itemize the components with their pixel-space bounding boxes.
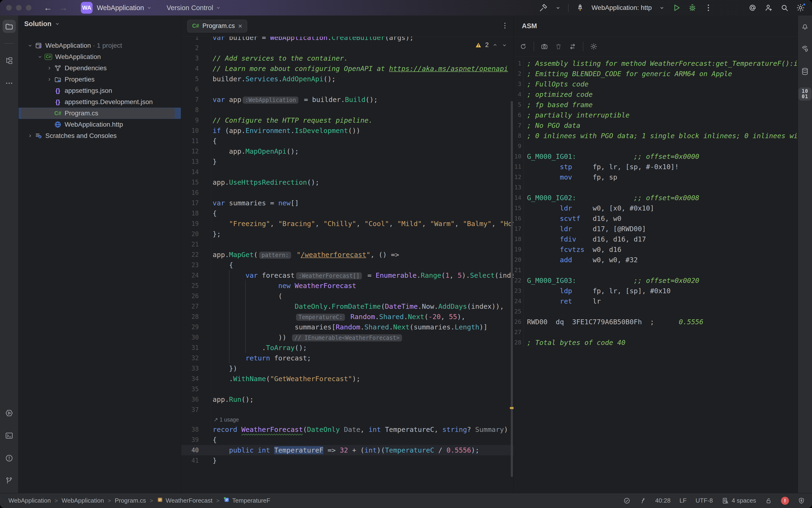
code-line-29[interactable]: 29 summaries[Random.Shared.Next(summarie… — [181, 322, 514, 332]
code-line-40[interactable]: 40 public int TemperatureF => 32 + (int)… — [181, 445, 514, 455]
chevron-right-icon[interactable] — [45, 66, 54, 71]
code-line-9[interactable]: 9// Configure the HTTP request pipeline. — [181, 115, 514, 125]
code-line-17[interactable]: 17 ldr d17, [@RWD00] — [514, 224, 798, 234]
code-line-13[interactable]: 13} — [181, 157, 514, 167]
code-line-28[interactable]: 28 TemperatureC: Random.Shared.Next(-20,… — [181, 311, 514, 322]
tool-git-icon[interactable] — [3, 474, 16, 487]
tool-terminal-icon[interactable] — [3, 429, 16, 442]
more-actions-button[interactable] — [704, 3, 713, 12]
code-line-39[interactable]: 39{ — [181, 435, 514, 445]
code-line-10[interactable]: 10G_M000_IG01: ;; offset=0x0000 — [514, 151, 798, 162]
caret-position[interactable]: 40:28 — [655, 497, 671, 504]
breadcrumb-item[interactable]: WeatherForecast — [157, 497, 212, 505]
tree-item-webapplication[interactable]: WebApplication· 1 project — [18, 40, 181, 51]
code-line-21[interactable]: 21 — [514, 265, 798, 276]
code-line-14[interactable]: 14G_M000_IG02: ;; offset=0x0008 — [514, 193, 798, 203]
project-avatar[interactable]: WA — [81, 2, 93, 14]
code-line-16[interactable]: 16 scvtf d16, w0 — [514, 213, 798, 224]
code-line-22[interactable]: 22G_M000_IG03: ;; offset=0x0020 — [514, 276, 798, 286]
tool-notifications-icon[interactable] — [798, 20, 812, 33]
tool-problems-icon[interactable] — [3, 452, 16, 465]
code-line-18[interactable]: 18 fdiv d16, d16, d17 — [514, 234, 798, 244]
code-line-7[interactable]: 7var app:WebApplication = builder.Build(… — [181, 94, 514, 105]
code-line-4[interactable]: 4; optimized code — [514, 89, 798, 100]
code-line-6[interactable]: 6; partially interruptible — [514, 110, 798, 120]
error-notification[interactable]: ! — [781, 497, 789, 505]
code-line-6[interactable]: 6 — [181, 84, 514, 94]
debug-button[interactable] — [688, 3, 697, 12]
tool-project-icon[interactable] — [3, 20, 16, 33]
code-line-21[interactable]: 21 — [181, 239, 514, 250]
previous-warning-chevron[interactable] — [492, 42, 498, 48]
run-button[interactable] — [672, 3, 681, 12]
tool-services-icon[interactable] — [3, 407, 16, 420]
code-line-20[interactable]: 20}; — [181, 229, 514, 239]
tree-item-scratches-and-consoles[interactable]: Scratches and Consoles — [18, 130, 181, 141]
editor-options-kebab[interactable] — [501, 22, 509, 31]
code-line-2[interactable]: 2 — [181, 43, 514, 53]
code-line-10[interactable]: 10if (app.Environment.IsDevelopment()) — [181, 125, 514, 136]
back-button[interactable]: ← — [44, 3, 52, 12]
minimize-window-button[interactable] — [16, 5, 22, 10]
code-line-12[interactable]: 12 mov fp, sp — [514, 172, 798, 182]
code-line-24[interactable]: 24 var forecast:WeatherForecast[] = Enum… — [181, 270, 514, 281]
build-hammer-icon[interactable] — [539, 3, 548, 12]
editor-scrollbar[interactable] — [511, 101, 513, 477]
tool-ai-assistant-icon[interactable] — [798, 42, 812, 55]
asm-diff-icon[interactable] — [569, 43, 576, 50]
code-line-25[interactable]: 25 new WeatherForecast — [181, 281, 514, 291]
search-everywhere-icon[interactable] — [780, 3, 789, 12]
code-line-31[interactable]: 31 .ToArray(); — [181, 343, 514, 353]
asm-clear-icon[interactable] — [555, 43, 562, 50]
security-shield-icon[interactable] — [798, 497, 805, 504]
code-line-13[interactable]: 13 — [514, 182, 798, 193]
code-line-25[interactable]: 25 — [514, 306, 798, 317]
code-line-22[interactable]: 22app.MapGet(pattern: "/weatherforecast"… — [181, 250, 514, 260]
settings-gear-icon[interactable] — [796, 3, 805, 12]
code-line-1[interactable]: 1var builder = WebApplication.CreateBuil… — [181, 37, 514, 43]
run-config-chevron[interactable] — [659, 5, 665, 11]
code-line-14[interactable]: 14 — [181, 167, 514, 177]
code-line-36[interactable]: 36app.Run(); — [181, 394, 514, 405]
file-encoding[interactable]: UTF-8 — [695, 497, 713, 504]
indent-style[interactable]: 4 spaces — [722, 497, 756, 504]
run-configuration[interactable]: WebApplication: http — [592, 4, 652, 11]
tree-item-webapplication[interactable]: C#WebApplication — [18, 51, 181, 62]
tree-item-appsettings-json[interactable]: {}appsettings.json — [18, 85, 181, 96]
tool-more-icon[interactable] — [3, 77, 16, 90]
chevron-right-icon[interactable] — [45, 77, 54, 82]
code-line-19[interactable]: 19 fcvtzs w0, d16 — [514, 244, 798, 255]
asm-screenshot-icon[interactable] — [541, 43, 548, 50]
line-separator[interactable]: LF — [680, 497, 687, 504]
code-line-28[interactable]: 28; Total bytes of code 40 — [514, 337, 798, 348]
tree-item-properties[interactable]: Properties — [18, 74, 181, 85]
code-line-5[interactable]: 5; fp based frame — [514, 100, 798, 110]
project-menu[interactable]: WebApplication — [97, 4, 144, 12]
code-line-18[interactable]: 18{ — [181, 208, 514, 218]
code-line-2[interactable]: 2; Emitting BLENDED_CODE for generic ARM… — [514, 69, 798, 79]
tab-program-cs[interactable]: C# Program.cs × — [187, 20, 247, 33]
asm-listing[interactable]: 1; Assembly listing for method WeatherFo… — [514, 56, 798, 493]
ai-assistant-icon[interactable] — [748, 3, 757, 12]
zoom-window-button[interactable] — [26, 5, 32, 10]
code-with-me-icon[interactable] — [764, 3, 773, 12]
close-tab-icon[interactable]: × — [238, 23, 242, 30]
code-line-16[interactable]: 16 — [181, 187, 514, 198]
code-line-5[interactable]: 5builder.Services.AddOpenApi(); — [181, 74, 514, 84]
chevron-right-icon[interactable] — [26, 133, 35, 138]
warning-stripe-mark[interactable] — [510, 407, 514, 409]
tree-item-appsettings-development-json[interactable]: {}appsettings.Development.json — [18, 96, 181, 108]
code-line-27[interactable]: 27 DateOnly.FromDateTime(DateTime.Now.Ad… — [181, 301, 514, 311]
breadcrumb-item[interactable]: WebApplication — [61, 497, 104, 504]
readonly-toggle[interactable] — [765, 497, 772, 504]
chevron-down-icon[interactable] — [36, 54, 44, 59]
close-window-button[interactable] — [6, 5, 12, 10]
code-line-27[interactable]: 27 — [514, 327, 798, 337]
code-line-3[interactable]: 3// Add services to the container. — [181, 53, 514, 64]
tree-item-program-cs[interactable]: C#Program.cs — [18, 108, 181, 119]
inspections-widget[interactable]: 2 — [475, 41, 508, 49]
asm-settings-icon[interactable] — [590, 43, 597, 50]
code-line-23[interactable]: 23 ldp fp, lr, [sp], #0x10 — [514, 286, 798, 296]
inspections-status-icon[interactable] — [623, 497, 630, 504]
breadcrumb-item[interactable]: TemperatureF — [223, 497, 270, 505]
